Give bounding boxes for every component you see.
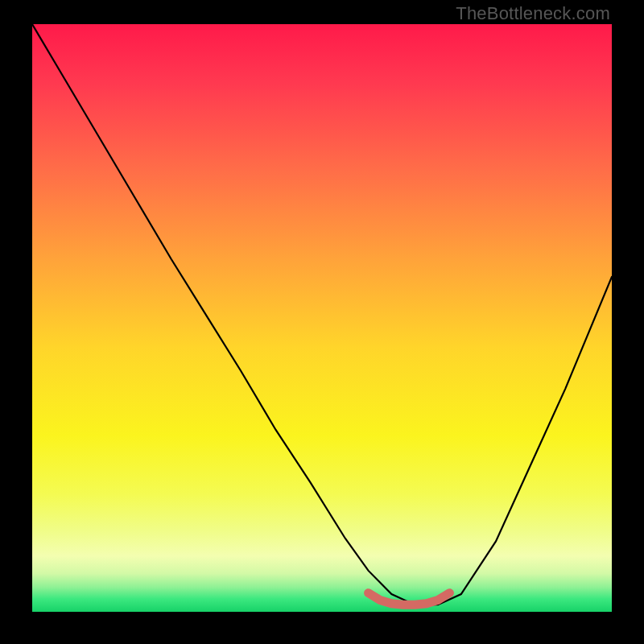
chart-frame: TheBottleneck.com: [0, 0, 644, 644]
plot-area: [32, 24, 612, 612]
bottleneck-chart: [32, 24, 612, 612]
gradient-background: [32, 24, 612, 612]
watermark-text: TheBottleneck.com: [456, 3, 610, 24]
